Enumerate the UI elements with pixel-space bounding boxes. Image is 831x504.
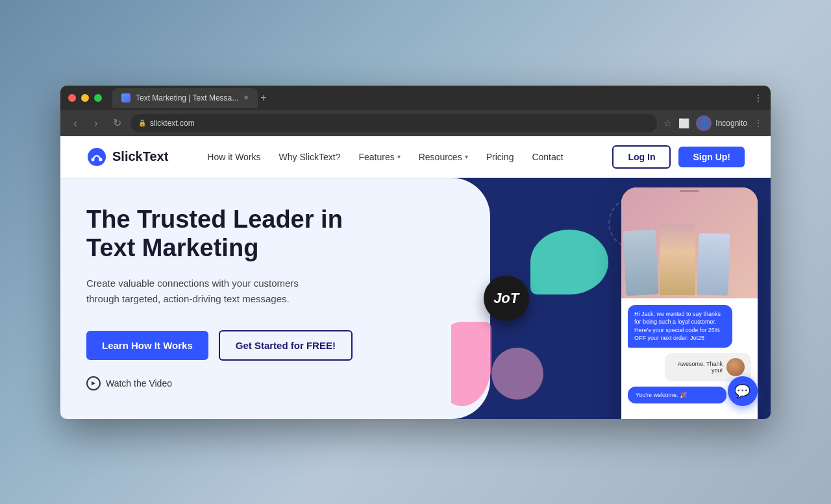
tab-close-button[interactable]: ✕ bbox=[243, 94, 249, 101]
get-started-button[interactable]: Get Started for FREE! bbox=[219, 330, 353, 361]
play-icon: ▶ bbox=[86, 376, 101, 390]
message-bubble-3: You're welcome. 🎉 bbox=[628, 387, 726, 403]
message-bubble-1: Hi Jack, we wanted to say thanks for bei… bbox=[628, 305, 733, 348]
browser-window: Text Marketing | Text Messa... ✕ + ⋮ ‹ ›… bbox=[60, 86, 771, 419]
hero-content: The Trusted Leader in Text Marketing Cre… bbox=[86, 206, 372, 390]
hero-title: The Trusted Leader in Text Marketing bbox=[86, 206, 372, 262]
phone-clothing-image bbox=[621, 187, 758, 298]
incognito-label: Incognito bbox=[715, 119, 747, 128]
logo[interactable]: SlickText bbox=[86, 147, 168, 167]
lock-icon: 🔒 bbox=[138, 119, 146, 126]
features-chevron: ▾ bbox=[397, 153, 401, 160]
nav-pricing[interactable]: Pricing bbox=[486, 152, 514, 162]
logo-text: SlickText bbox=[112, 149, 168, 164]
nav-links: How it Works Why SlickText? Features ▾ R… bbox=[207, 152, 612, 162]
active-tab[interactable]: Text Marketing | Text Messa... ✕ bbox=[112, 88, 258, 108]
hero-left-panel: The Trusted Leader in Text Marketing Cre… bbox=[60, 178, 451, 419]
nav-features[interactable]: Features ▾ bbox=[358, 152, 400, 162]
new-tab-button[interactable]: + bbox=[260, 92, 266, 104]
close-button[interactable] bbox=[68, 94, 76, 102]
logo-icon bbox=[86, 147, 107, 167]
chat-icon: 💬 bbox=[734, 383, 750, 399]
signup-button[interactable]: Sign Up! bbox=[678, 147, 745, 167]
titlebar-more-icon[interactable]: ⋮ bbox=[754, 93, 763, 103]
titlebar-actions: ⋮ bbox=[754, 93, 763, 103]
forward-button[interactable]: › bbox=[89, 116, 103, 130]
watch-video-button[interactable]: ▶ Watch the Video bbox=[86, 376, 372, 390]
svg-point-0 bbox=[88, 148, 106, 166]
maximize-button[interactable] bbox=[94, 94, 102, 102]
watch-video-label: Watch the Video bbox=[106, 378, 172, 389]
hero-section: The Trusted Leader in Text Marketing Cre… bbox=[60, 178, 771, 419]
browser-menu-icon[interactable]: ⋮ bbox=[754, 118, 763, 128]
toolbar-actions: ☆ ⬜ 👤 Incognito ⋮ bbox=[664, 115, 763, 131]
site-navigation: SlickText How it Works Why SlickText? Fe… bbox=[60, 136, 771, 178]
browser-toolbar: ‹ › ↻ 🔒 slicktext.com ☆ ⬜ 👤 Incognito ⋮ bbox=[60, 110, 771, 136]
jot-logo-bubble: JoT bbox=[484, 276, 529, 321]
nav-actions: Log In Sign Up! bbox=[612, 145, 745, 169]
reload-button[interactable]: ↻ bbox=[110, 116, 124, 130]
tab-title: Text Marketing | Text Messa... bbox=[136, 93, 238, 102]
nav-why-slicktext[interactable]: Why SlickText? bbox=[279, 152, 341, 162]
svg-point-1 bbox=[92, 158, 95, 161]
resources-chevron: ▾ bbox=[465, 153, 468, 160]
incognito-menu[interactable]: 👤 Incognito bbox=[696, 115, 747, 131]
tab-bar: Text Marketing | Text Messa... ✕ + bbox=[112, 88, 749, 108]
login-button[interactable]: Log In bbox=[612, 145, 671, 169]
teal-shape-decoration bbox=[530, 230, 608, 294]
nav-resources[interactable]: Resources ▾ bbox=[419, 152, 468, 162]
address-bar[interactable]: 🔒 slicktext.com bbox=[130, 114, 657, 132]
back-button[interactable]: ‹ bbox=[68, 116, 82, 130]
bookmark-icon[interactable]: ☆ bbox=[664, 118, 672, 128]
hero-subtitle: Create valuable connections with your cu… bbox=[86, 276, 320, 307]
learn-how-button[interactable]: Learn How It Works bbox=[86, 331, 208, 360]
tab-favicon bbox=[121, 93, 130, 102]
jot-text: JoT bbox=[493, 290, 519, 307]
svg-point-2 bbox=[99, 158, 103, 161]
user-avatar bbox=[726, 358, 745, 376]
chat-widget-button[interactable]: 💬 bbox=[728, 376, 758, 406]
nav-contact[interactable]: Contact bbox=[532, 152, 563, 162]
nav-how-it-works[interactable]: How it Works bbox=[207, 152, 260, 162]
light-pink-shape-decoration bbox=[491, 348, 543, 400]
browser-titlebar: Text Marketing | Text Messa... ✕ + ⋮ bbox=[60, 86, 771, 110]
hero-buttons: Learn How It Works Get Started for FREE! bbox=[86, 330, 372, 361]
website: SlickText How it Works Why SlickText? Fe… bbox=[60, 136, 771, 419]
extensions-icon[interactable]: ⬜ bbox=[678, 118, 689, 128]
url-text: slicktext.com bbox=[150, 119, 195, 128]
incognito-avatar: 👤 bbox=[696, 115, 712, 131]
minimize-button[interactable] bbox=[81, 94, 89, 102]
